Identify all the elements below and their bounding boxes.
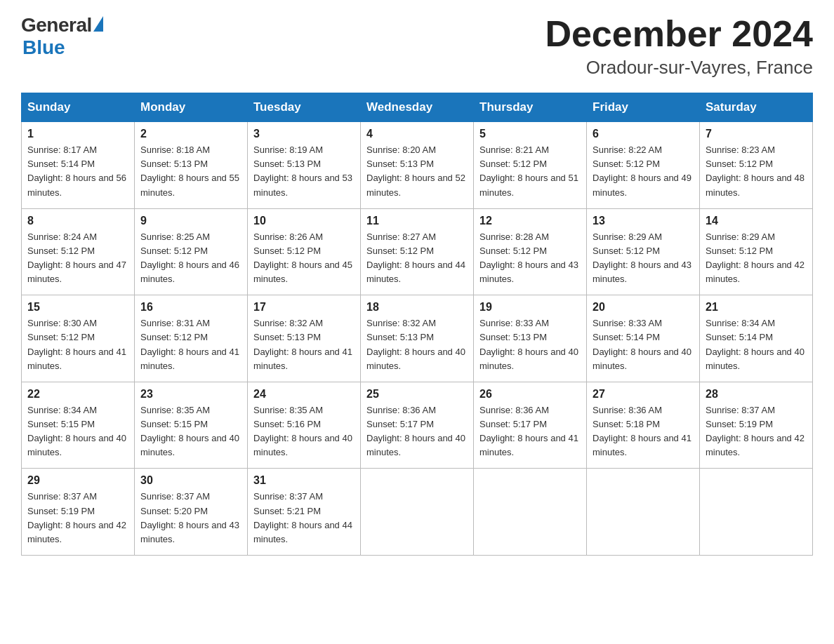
calendar-day-cell: 10Sunrise: 8:26 AMSunset: 5:12 PMDayligh…	[248, 208, 361, 295]
day-number: 5	[479, 128, 581, 140]
calendar-day-cell: 28Sunrise: 8:37 AMSunset: 5:19 PMDayligh…	[700, 382, 813, 469]
day-info: Sunrise: 8:21 AMSunset: 5:12 PMDaylight:…	[479, 143, 581, 200]
calendar-day-cell	[361, 469, 474, 556]
day-of-week-header: Saturday	[700, 93, 813, 122]
day-number: 31	[253, 474, 355, 487]
day-info: Sunrise: 8:36 AMSunset: 5:18 PMDaylight:…	[593, 403, 694, 460]
calendar-week-row: 15Sunrise: 8:30 AMSunset: 5:12 PMDayligh…	[22, 295, 813, 382]
day-number: 3	[253, 128, 355, 140]
month-title: December 2024	[545, 14, 813, 54]
calendar-day-cell	[700, 469, 813, 556]
calendar-day-cell: 23Sunrise: 8:35 AMSunset: 5:15 PMDayligh…	[135, 382, 248, 469]
day-number: 22	[27, 388, 128, 401]
day-info: Sunrise: 8:36 AMSunset: 5:17 PMDaylight:…	[479, 403, 581, 460]
calendar-day-cell: 25Sunrise: 8:36 AMSunset: 5:17 PMDayligh…	[361, 382, 474, 469]
day-info: Sunrise: 8:27 AMSunset: 5:12 PMDaylight:…	[366, 230, 468, 287]
day-info: Sunrise: 8:26 AMSunset: 5:12 PMDaylight:…	[253, 230, 355, 287]
calendar-day-cell: 24Sunrise: 8:35 AMSunset: 5:16 PMDayligh…	[248, 382, 361, 469]
calendar-day-cell: 3Sunrise: 8:19 AMSunset: 5:13 PMDaylight…	[248, 122, 361, 209]
day-info: Sunrise: 8:23 AMSunset: 5:12 PMDaylight:…	[706, 143, 807, 200]
day-number: 10	[253, 215, 355, 227]
day-number: 28	[706, 388, 807, 401]
calendar-table: SundayMondayTuesdayWednesdayThursdayFrid…	[21, 93, 813, 556]
calendar-day-cell: 21Sunrise: 8:34 AMSunset: 5:14 PMDayligh…	[700, 295, 813, 382]
day-info: Sunrise: 8:33 AMSunset: 5:14 PMDaylight:…	[593, 316, 694, 373]
day-number: 20	[593, 301, 694, 314]
calendar-day-cell: 31Sunrise: 8:37 AMSunset: 5:21 PMDayligh…	[248, 469, 361, 556]
calendar-day-cell: 14Sunrise: 8:29 AMSunset: 5:12 PMDayligh…	[700, 208, 813, 295]
day-of-week-header: Wednesday	[361, 93, 474, 122]
day-number: 7	[706, 128, 807, 140]
day-info: Sunrise: 8:37 AMSunset: 5:20 PMDaylight:…	[140, 490, 241, 546]
title-section: December 2024 Oradour-sur-Vayres, France	[545, 14, 813, 79]
calendar-week-row: 22Sunrise: 8:34 AMSunset: 5:15 PMDayligh…	[22, 382, 813, 469]
day-info: Sunrise: 8:35 AMSunset: 5:16 PMDaylight:…	[253, 403, 355, 460]
calendar-day-cell: 15Sunrise: 8:30 AMSunset: 5:12 PMDayligh…	[22, 295, 135, 382]
calendar-header-row: SundayMondayTuesdayWednesdayThursdayFrid…	[22, 93, 813, 122]
calendar-week-row: 29Sunrise: 8:37 AMSunset: 5:19 PMDayligh…	[22, 469, 813, 556]
day-info: Sunrise: 8:34 AMSunset: 5:15 PMDaylight:…	[27, 403, 128, 460]
day-info: Sunrise: 8:37 AMSunset: 5:19 PMDaylight:…	[27, 490, 128, 546]
calendar-day-cell: 17Sunrise: 8:32 AMSunset: 5:13 PMDayligh…	[248, 295, 361, 382]
calendar-day-cell: 11Sunrise: 8:27 AMSunset: 5:12 PMDayligh…	[361, 208, 474, 295]
day-info: Sunrise: 8:37 AMSunset: 5:21 PMDaylight:…	[253, 490, 355, 546]
day-number: 26	[479, 388, 581, 401]
day-info: Sunrise: 8:32 AMSunset: 5:13 PMDaylight:…	[366, 316, 468, 373]
calendar-day-cell: 4Sunrise: 8:20 AMSunset: 5:13 PMDaylight…	[361, 122, 474, 209]
calendar-day-cell: 7Sunrise: 8:23 AMSunset: 5:12 PMDaylight…	[700, 122, 813, 209]
day-number: 11	[366, 215, 468, 227]
day-info: Sunrise: 8:24 AMSunset: 5:12 PMDaylight:…	[27, 230, 128, 287]
calendar-day-cell: 2Sunrise: 8:18 AMSunset: 5:13 PMDaylight…	[135, 122, 248, 209]
location-title: Oradour-sur-Vayres, France	[545, 57, 813, 79]
calendar-day-cell: 29Sunrise: 8:37 AMSunset: 5:19 PMDayligh…	[22, 469, 135, 556]
day-info: Sunrise: 8:34 AMSunset: 5:14 PMDaylight:…	[706, 316, 807, 373]
calendar-week-row: 8Sunrise: 8:24 AMSunset: 5:12 PMDaylight…	[22, 208, 813, 295]
calendar-day-cell: 19Sunrise: 8:33 AMSunset: 5:13 PMDayligh…	[474, 295, 587, 382]
day-info: Sunrise: 8:37 AMSunset: 5:19 PMDaylight:…	[706, 403, 807, 460]
day-number: 24	[253, 388, 355, 401]
day-number: 2	[140, 128, 241, 140]
logo-general-text: General	[21, 14, 92, 36]
day-number: 25	[366, 388, 468, 401]
day-info: Sunrise: 8:30 AMSunset: 5:12 PMDaylight:…	[27, 316, 128, 373]
day-number: 17	[253, 301, 355, 314]
day-info: Sunrise: 8:28 AMSunset: 5:12 PMDaylight:…	[479, 230, 581, 287]
calendar-week-row: 1Sunrise: 8:17 AMSunset: 5:14 PMDaylight…	[22, 122, 813, 209]
calendar-day-cell	[587, 469, 700, 556]
calendar-day-cell: 8Sunrise: 8:24 AMSunset: 5:12 PMDaylight…	[22, 208, 135, 295]
calendar-day-cell: 13Sunrise: 8:29 AMSunset: 5:12 PMDayligh…	[587, 208, 700, 295]
page-header: General Blue December 2024 Oradour-sur-V…	[21, 14, 813, 79]
day-number: 12	[479, 215, 581, 227]
day-number: 6	[593, 128, 694, 140]
day-of-week-header: Thursday	[474, 93, 587, 122]
calendar-day-cell: 22Sunrise: 8:34 AMSunset: 5:15 PMDayligh…	[22, 382, 135, 469]
day-of-week-header: Tuesday	[248, 93, 361, 122]
day-info: Sunrise: 8:29 AMSunset: 5:12 PMDaylight:…	[593, 230, 694, 287]
day-info: Sunrise: 8:32 AMSunset: 5:13 PMDaylight:…	[253, 316, 355, 373]
calendar-day-cell: 1Sunrise: 8:17 AMSunset: 5:14 PMDaylight…	[22, 122, 135, 209]
day-number: 4	[366, 128, 468, 140]
calendar-day-cell: 9Sunrise: 8:25 AMSunset: 5:12 PMDaylight…	[135, 208, 248, 295]
day-number: 15	[27, 301, 128, 314]
logo: General Blue	[21, 14, 103, 59]
calendar-day-cell: 30Sunrise: 8:37 AMSunset: 5:20 PMDayligh…	[135, 469, 248, 556]
day-info: Sunrise: 8:17 AMSunset: 5:14 PMDaylight:…	[27, 143, 128, 200]
calendar-day-cell: 5Sunrise: 8:21 AMSunset: 5:12 PMDaylight…	[474, 122, 587, 209]
day-number: 14	[706, 215, 807, 227]
day-info: Sunrise: 8:36 AMSunset: 5:17 PMDaylight:…	[366, 403, 468, 460]
calendar-day-cell	[474, 469, 587, 556]
day-number: 29	[27, 474, 128, 487]
calendar-day-cell: 26Sunrise: 8:36 AMSunset: 5:17 PMDayligh…	[474, 382, 587, 469]
day-number: 1	[27, 128, 128, 140]
day-number: 9	[140, 215, 241, 227]
day-number: 16	[140, 301, 241, 314]
logo-blue-text: Blue	[22, 36, 65, 59]
day-of-week-header: Friday	[587, 93, 700, 122]
calendar-day-cell: 27Sunrise: 8:36 AMSunset: 5:18 PMDayligh…	[587, 382, 700, 469]
calendar-day-cell: 6Sunrise: 8:22 AMSunset: 5:12 PMDaylight…	[587, 122, 700, 209]
calendar-day-cell: 12Sunrise: 8:28 AMSunset: 5:12 PMDayligh…	[474, 208, 587, 295]
day-number: 13	[593, 215, 694, 227]
day-number: 18	[366, 301, 468, 314]
day-number: 27	[593, 388, 694, 401]
calendar-day-cell: 18Sunrise: 8:32 AMSunset: 5:13 PMDayligh…	[361, 295, 474, 382]
